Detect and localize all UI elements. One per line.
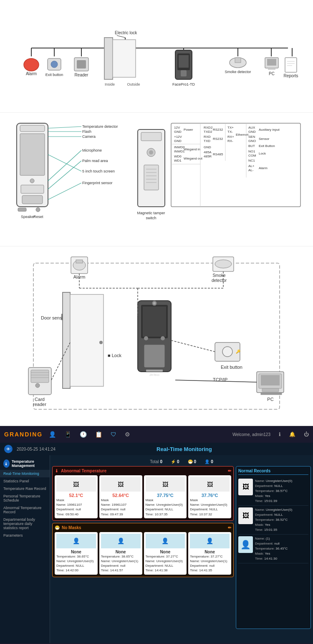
svg-text:5 inch touch screen: 5 inch touch screen <box>82 169 115 173</box>
sidebar-item-raw[interactable]: Temperature Raw Record <box>0 485 50 492</box>
abnormal-edit-icon[interactable]: ✏ <box>228 469 231 473</box>
svg-text:RS485: RS485 <box>213 152 223 156</box>
nav-report-icon[interactable]: 📋 <box>95 431 102 438</box>
nav-shield-icon[interactable]: 🛡 <box>111 431 116 438</box>
svg-text:Electric lock: Electric lock <box>115 30 137 35</box>
svg-rect-162 <box>261 375 280 385</box>
svg-text:Reset: Reset <box>33 215 43 219</box>
header-help-icon[interactable]: ℹ <box>279 431 281 437</box>
svg-point-43 <box>30 179 34 183</box>
svg-text:Camera: Camera <box>82 134 96 139</box>
svg-text:TX+: TX+ <box>227 126 234 129</box>
nomask-edit-icon[interactable]: ✏ <box>228 525 231 530</box>
abnormal-panel: 🌡 Abnormal Temperature ✏ 🖼 52.1°C Mask N… <box>52 466 234 521</box>
sidebar-item-abnormal[interactable]: Abnormal Temperature Record <box>0 504 50 516</box>
svg-text:GND: GND <box>174 130 182 134</box>
sidebar-section-title: Temperature Management <box>12 459 46 468</box>
svg-text:Smoke: Smoke <box>212 273 226 278</box>
sidebar-item-statistics[interactable]: Statistics Panel <box>0 477 50 485</box>
stat-total-label: Total <box>150 459 159 464</box>
svg-text:RS232: RS232 <box>213 128 223 132</box>
nav-user-icon[interactable]: 👤 <box>49 431 56 438</box>
nomask-none-3: None <box>190 550 230 554</box>
sidebar-item-personal[interactable]: Personal Temperature Schedule <box>0 492 50 504</box>
app-nav: 👤 📱 🕐 📋 🛡 ⚙ <box>49 431 226 438</box>
svg-text:Power: Power <box>184 128 193 132</box>
svg-rect-26 <box>181 70 187 76</box>
svg-text:NC1: NC1 <box>248 159 255 162</box>
record-img-2: 👤 <box>238 536 253 553</box>
svg-point-157 <box>222 347 232 357</box>
temp-val-2: 37.75°C <box>146 493 185 498</box>
nomask-img-1: 👤 <box>101 534 141 548</box>
nomask-none-1: None <box>101 550 141 554</box>
svg-point-67 <box>149 150 153 155</box>
card-img-1: 🖼 <box>101 477 141 492</box>
abnormal-card-0: 🖼 52.1°C Mask Name: 19961107 Department:… <box>55 475 98 518</box>
nomask-none-0: None <box>56 550 96 554</box>
svg-text:Auxiliary input: Auxiliary input <box>259 128 280 132</box>
svg-text:NO1: NO1 <box>248 150 255 153</box>
svg-text:485R: 485R <box>204 155 212 158</box>
nomask-cards-row: 👤 None Temperature: 38.65°C Name: Unregi… <box>55 532 231 575</box>
svg-text:PC: PC <box>267 397 273 402</box>
svg-text:SEN: SEN <box>248 135 255 139</box>
svg-point-129 <box>215 260 232 268</box>
svg-text:Reader: Reader <box>75 73 88 77</box>
svg-rect-163 <box>262 388 279 392</box>
nav-settings-icon[interactable]: ⚙ <box>125 431 130 438</box>
svg-rect-126 <box>76 260 83 263</box>
svg-text:WD0: WD0 <box>174 155 182 158</box>
sidebar-item-dept[interactable]: Departmental body temperature daily stat… <box>0 516 50 532</box>
svg-rect-149 <box>31 370 49 383</box>
nav-device-icon[interactable]: 📱 <box>64 431 71 438</box>
svg-text:Magnetic tamper: Magnetic tamper <box>137 211 165 215</box>
svg-text:GND: GND <box>248 130 256 134</box>
svg-rect-146 <box>146 370 163 372</box>
svg-point-143 <box>144 336 148 340</box>
nomask-detail-1: Temperature: 38.65°C Name: UnregisterUse… <box>101 554 141 573</box>
svg-text:RX+: RX+ <box>227 135 234 139</box>
svg-text:Exit Button: Exit Button <box>259 144 275 148</box>
svg-text:■ Lock: ■ Lock <box>108 353 121 358</box>
nomask-title-icon: 😷 <box>55 525 60 530</box>
svg-text:🔑: 🔑 <box>236 349 241 354</box>
sidebar-item-params[interactable]: Parameters <box>0 532 50 539</box>
app-header: GRANDING 👤 📱 🕐 📋 🛡 ⚙ Welcome, admin123 ℹ… <box>0 426 313 443</box>
sidebar-item-realtime[interactable]: Real-Time Monitoring <box>0 470 50 477</box>
svg-point-12 <box>51 61 58 68</box>
card-img-0: 🖼 <box>56 477 96 492</box>
svg-text:Smoke detector: Smoke detector <box>225 70 251 74</box>
normal-records-panel: Normal Records 🖼 Name: UnregisterUser(0)… <box>236 466 311 629</box>
svg-rect-25 <box>179 55 189 68</box>
stat-alert-value: 0 <box>177 459 179 464</box>
nomask-none-2: None <box>146 550 185 554</box>
nomask-panel: 😷 No Masks ✏ 👤 None Temperature: 38.65°C… <box>52 523 234 577</box>
svg-text:Card: Card <box>35 397 45 402</box>
nomask-card-0: 👤 None Temperature: 38.65°C Name: Unregi… <box>55 532 98 575</box>
svg-text:TXD: TXD <box>204 139 210 143</box>
svg-text:switch: switch <box>146 216 156 220</box>
stat-total: Total 0 <box>150 459 162 464</box>
record-detail-2: Name: (1) Department: null Temperature: … <box>255 536 288 561</box>
stats-bar: Total 0 ⚡ 0 😷 0 👤 0 <box>52 457 311 466</box>
stat-user: 👤 0 <box>204 459 213 464</box>
section4-software-ui: GRANDING 👤 📱 🕐 📋 🛡 ⚙ Welcome, admin123 ℹ… <box>0 426 313 644</box>
svg-line-62 <box>48 183 81 200</box>
card-detail-3: Mask Name: UnregisterUser(0) Department:… <box>190 498 230 517</box>
svg-text:Sensor: Sensor <box>259 137 270 141</box>
svg-text:AL-: AL- <box>248 168 254 172</box>
abnormal-title-icon: 🌡 <box>55 469 59 473</box>
main-content: 🌡 Temperature Management Real-Time Monit… <box>0 455 313 643</box>
nav-time-icon[interactable]: 🕐 <box>80 431 87 438</box>
header-bell-icon[interactable]: 🔔 <box>289 431 295 437</box>
svg-text:RS232: RS232 <box>213 137 223 141</box>
stat-user-icon: 👤 <box>204 459 210 464</box>
svg-line-60 <box>48 155 81 171</box>
normal-record-0: 🖼 Name: UnregisterUser(0) Department: NU… <box>238 477 308 506</box>
header-power-icon[interactable]: ⏻ <box>304 431 309 437</box>
stat-user-value: 0 <box>211 459 213 464</box>
svg-line-58 <box>48 161 81 189</box>
record-detail-1: Name: UnregisterUser(0) Department: NULL… <box>255 507 292 532</box>
svg-line-56 <box>48 150 81 181</box>
